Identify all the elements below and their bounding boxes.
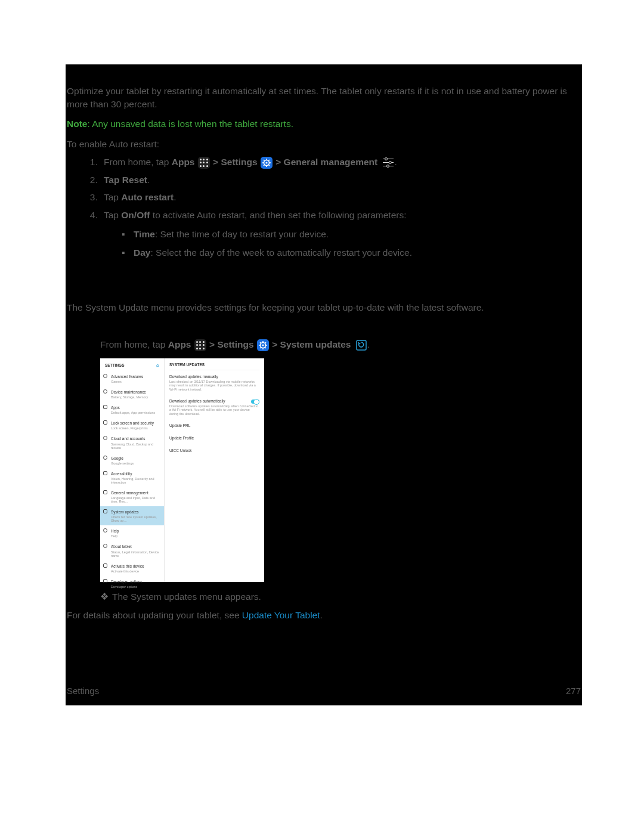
mock-item-icon	[103, 509, 107, 513]
sep: >	[213, 157, 221, 167]
mock-sidebar: SETTINGS ⌕ Advanced featuresGamesDevice …	[100, 358, 165, 582]
mock-sidebar-item[interactable]: Activate this deviceActivate this device	[100, 561, 164, 576]
step-2: Tap Reset.	[100, 174, 581, 187]
mock-item-subtitle: Google settings	[111, 462, 160, 465]
note-label: Note	[67, 119, 87, 129]
mock-sidebar-item[interactable]: Device maintenanceBattery, Storage, Memo…	[100, 386, 164, 402]
mock-item-title: Google	[111, 456, 160, 461]
bullet-day: Day: Select the day of the week to autom…	[124, 246, 581, 259]
mock-row-title: Update PRL	[169, 423, 259, 428]
period: .	[147, 175, 150, 185]
mock-item-icon	[103, 471, 107, 475]
mock-main-row[interactable]: UICC Unlock	[169, 444, 259, 457]
mock-item-subtitle: Help	[111, 534, 160, 538]
mock-item-subtitle: Samsung Cloud, Backup and restore	[111, 442, 160, 450]
svg-line-8	[264, 165, 265, 166]
mock-item-title: Cloud and accounts	[111, 436, 160, 441]
mock-sidebar-item[interactable]: General managementLanguage and input, Da…	[100, 487, 164, 506]
time-label: Time	[134, 229, 155, 239]
mock-item-icon	[103, 544, 107, 548]
general-management-label: General management	[284, 157, 378, 167]
footer-page-number: 277	[566, 686, 581, 696]
onoff-bold: On/Off	[121, 210, 150, 220]
details-pre: For details about updating your tablet, …	[67, 610, 242, 620]
mock-item-icon	[103, 420, 107, 425]
sep: >	[209, 339, 217, 349]
mock-sidebar-item[interactable]: HelpHelp	[100, 525, 164, 541]
time-text: : Set the time of day to restart your de…	[155, 229, 329, 239]
step-text: From home, tap	[100, 339, 168, 349]
mock-sidebar-item[interactable]: System updatesCheck for new system updat…	[100, 506, 164, 525]
step-text: From home, tap	[104, 157, 172, 167]
tap-reset-bold: Tap Reset	[104, 175, 147, 185]
svg-line-16	[260, 342, 261, 343]
mock-sidebar-item[interactable]: Cloud and accountsSamsung Cloud, Backup …	[100, 433, 164, 452]
svg-line-18	[260, 347, 261, 348]
mock-main-row[interactable]: Update PRL	[169, 419, 259, 432]
mock-item-title: Help	[111, 528, 160, 534]
mock-main-panel: SYSTEM UPDATES Download updates manually…	[165, 358, 264, 582]
step-3: Tap Auto restart.	[100, 191, 581, 204]
system-updates-label: System updates	[280, 339, 351, 349]
apps-label: Apps	[168, 339, 191, 349]
mock-sidebar-item[interactable]: AccessibilityVision, Hearing, Dexterity …	[100, 468, 164, 487]
step-1: From home, tap Apps > Settings > General…	[100, 156, 581, 169]
settings-label: Settings	[221, 157, 257, 167]
period: .	[174, 192, 176, 202]
result-line: The System updates menu appears.	[100, 590, 581, 603]
update-your-tablet-link[interactable]: Update Your Tablet	[242, 610, 320, 620]
mock-item-icon	[103, 528, 107, 532]
auto-restart-bold: Auto restart	[121, 192, 174, 202]
sep: >	[272, 339, 280, 349]
mock-item-subtitle: Default apps, App permissions	[111, 411, 160, 414]
mock-item-icon	[103, 563, 107, 568]
mock-item-subtitle: Games	[111, 380, 160, 383]
toggle-switch-icon[interactable]	[251, 400, 259, 404]
day-text: : Select the day of the week to automati…	[150, 247, 412, 258]
mock-item-title: Lock screen and security	[111, 420, 160, 426]
enable-auto-restart-line: To enable Auto restart:	[67, 138, 581, 151]
mock-sidebar-item[interactable]: Advanced featuresGames	[100, 371, 164, 386]
mock-item-title: Advanced features	[111, 374, 160, 379]
system-update-result: The System updates menu appears.	[100, 590, 581, 603]
mock-row-subtitle: Download software updates automatically …	[169, 404, 259, 416]
mock-sidebar-item[interactable]: AppsDefault apps, App permissions	[100, 402, 164, 417]
mock-main-row[interactable]: Update Profile	[169, 432, 259, 444]
mock-sidebar-item[interactable]: GoogleGoogle settings	[100, 453, 164, 468]
apps-icon	[198, 157, 210, 169]
general-management-sliders-icon	[382, 157, 395, 168]
mock-item-subtitle: Activate this device	[111, 569, 160, 573]
auto-restart-note: Note: Any unsaved data is lost when the …	[67, 117, 581, 131]
note-text: : Any unsaved data is lost when the tabl…	[87, 119, 293, 129]
mock-item-icon	[103, 436, 107, 440]
mock-item-title: Developer options	[111, 579, 160, 584]
mock-item-icon	[103, 374, 107, 378]
mock-item-icon	[103, 579, 107, 583]
svg-line-9	[268, 160, 270, 161]
mock-row-title: UICC Unlock	[169, 448, 259, 453]
svg-point-11	[262, 344, 264, 346]
mock-sidebar-item[interactable]: About tabletStatus, Legal information, D…	[100, 541, 164, 560]
svg-point-1	[265, 162, 267, 163]
mock-item-title: Activate this device	[111, 563, 160, 569]
bullet-time: Time: Set the time of day to restart you…	[124, 228, 581, 241]
mock-main-row[interactable]: Download updates manuallyLast checked on…	[169, 370, 259, 395]
mock-main-row[interactable]: Download updates automaticallyDownload s…	[169, 395, 259, 419]
step-4: Tap On/Off to activate Auto restart, and…	[100, 209, 581, 259]
svg-line-19	[265, 342, 266, 343]
mock-item-title: Device maintenance	[111, 389, 160, 395]
mock-item-subtitle: Lock screen, Fingerprints	[111, 426, 160, 430]
mock-item-icon	[103, 456, 107, 460]
mock-sidebar-item[interactable]: Lock screen and securityLock screen, Fin…	[100, 417, 164, 433]
mock-sidebar-item[interactable]: Developer optionsDeveloper options	[100, 576, 164, 592]
step4-rest: to activate Auto restart, and then set t…	[150, 210, 407, 220]
settings-label: Settings	[217, 339, 253, 349]
search-icon[interactable]: ⌕	[156, 362, 159, 368]
mock-item-subtitle: Status, Legal information, Device name	[111, 550, 160, 558]
mock-item-subtitle: Language and input, Date and time, Res…	[111, 496, 160, 503]
svg-line-17	[265, 347, 266, 348]
details-line: For details about updating your tablet, …	[67, 609, 581, 622]
mock-item-title: Accessibility	[111, 471, 160, 476]
mock-item-icon	[103, 490, 107, 494]
mock-item-title: General management	[111, 490, 160, 496]
